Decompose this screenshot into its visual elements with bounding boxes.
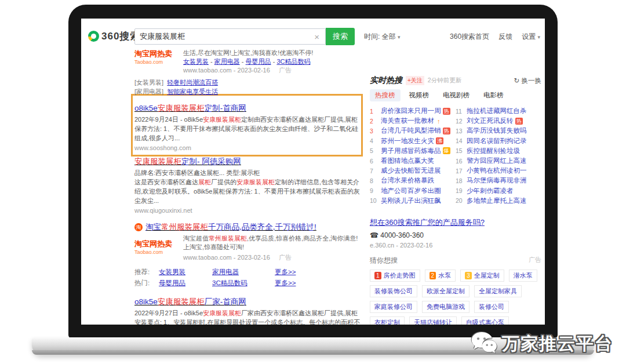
hot-item-text: 吴刚谈儿子出演狂飙 <box>381 196 441 205</box>
guess-tag[interactable]: 装修装饰公司 <box>370 285 417 297</box>
guess-tag[interactable]: 欧派全屋定制 <box>422 285 470 297</box>
chevron-down-icon: ▾ <box>537 34 540 40</box>
ad-subrow-link[interactable]: 智能家电享受生活 <box>167 88 218 95</box>
ad-link[interactable]: 3C精品数码 <box>276 58 310 65</box>
taobao-logo[interactable]: 淘宝网热卖 Taobao.com <box>134 49 177 75</box>
360-logo[interactable]: 360搜索 <box>88 30 140 43</box>
hot-search-item[interactable]: 10吴刚谈儿子出演狂飙 <box>370 196 456 206</box>
more-link[interactable]: 更多>> <box>275 278 363 289</box>
title-part: 厂家-首商网 <box>205 297 246 306</box>
guess-tag[interactable]: 3全屋定制 <box>460 270 504 282</box>
hot-search-item[interactable]: 20多地禁止摩托上高速 <box>456 196 541 206</box>
ad-subrow-link[interactable]: 轻奢时尚潮流百搭 <box>167 79 218 86</box>
rank-badge: 1 <box>374 272 381 279</box>
result-title-link[interactable]: o8ik5e安康服装展柜定制-首商网 <box>134 103 363 114</box>
time-filter-dropdown[interactable]: 时间: 全部 ▾ <box>364 32 401 42</box>
hot-item-text: 疾控提醒别捡垃圾 <box>467 147 520 155</box>
result-title-link[interactable]: 淘宝常州服装展柜千万商品,品类齐全,千万别错过! <box>145 222 316 232</box>
ad-link[interactable]: 女装男装 <box>183 58 209 65</box>
result-title-link[interactable]: 安康服装展柜定制- 阿德采购网 <box>134 156 363 167</box>
snippet-part: 2022年9月24日 - o8ik5e <box>134 116 203 123</box>
guess-tag[interactable]: 1房价走势图 <box>370 270 420 282</box>
promo-block: 想在360搜索推广您的产品服务吗? ☎ 4000-360-360 e.360.c… <box>370 217 541 249</box>
hot-search-item[interactable]: 15疾控提醒别捡垃圾 <box>456 146 541 156</box>
ad-subrow: [女装男装]轻奢时尚潮流百搭 <box>134 78 363 87</box>
hot-search-item[interactable]: 16警方回应网红上高速 <box>456 156 541 166</box>
search-topbar: 360搜索 × 搜索 时间: 全部 ▾ 360搜索首页 反馈 设置 ▾ <box>81 27 545 46</box>
updated-timestamp: 2分钟前更新 <box>428 77 461 85</box>
hot-search-item[interactable]: 14因同名误留刑拘记录 <box>456 136 541 146</box>
separator: - <box>210 58 213 65</box>
guess-tag-label: 自吸式离心泵 <box>466 318 504 325</box>
search-result-4: o8ik5e安康服装展柜厂家-首商网 2022年9月27日 - o8ik5e安康… <box>134 297 363 325</box>
hot-item-text: 刘文正死讯反转 <box>467 117 514 125</box>
hot-link[interactable]: 3C精品数码 <box>212 278 275 289</box>
hot-item-text: 台湾几千吨凤梨滞销 <box>381 126 441 135</box>
guess-tag[interactable]: 衣柜定制 <box>370 316 405 325</box>
guess-tag[interactable]: 2水泵 <box>425 270 456 282</box>
hot-search-item[interactable]: 12刘文正死讯反转热 <box>456 116 541 126</box>
guess-tag[interactable]: 自吸式离心泵 <box>461 316 509 325</box>
hot-search-item[interactable]: 13高学历没钱算失败吗 <box>456 126 541 136</box>
hot-item-text: 地产公司百岁爷出圈 <box>381 187 441 195</box>
hot-badge-icon: 热 <box>443 108 450 115</box>
recommend-link[interactable]: 家用电器 <box>212 267 275 278</box>
hot-item-text: 威少去快船暂无进展 <box>381 166 441 175</box>
result-title-link[interactable]: o8ik5e安康服装展柜厂家-首商网 <box>134 297 363 307</box>
ad-tagline: 生活,尽在淘宝网!上淘宝,淘我喜欢!优惠淘不停! <box>183 49 313 57</box>
snippet-part: 厂提供的 <box>211 179 236 185</box>
hot-search-item[interactable]: 7威少去快船暂无进展 <box>370 166 456 176</box>
clear-icon[interactable]: × <box>313 32 321 42</box>
watermark: 万家推云平台 <box>471 332 613 356</box>
follow-button[interactable]: +关注 <box>406 76 424 85</box>
settings-dropdown[interactable]: 设置 ▾ <box>522 32 540 42</box>
guess-tag[interactable]: 装修公司 <box>474 301 509 313</box>
recommend-link[interactable]: 女装男装 <box>159 267 212 278</box>
tab-hot-search[interactable]: 热搜榜 <box>370 89 401 101</box>
separator: - <box>242 58 244 65</box>
ad-link[interactable]: 家用电器 <box>214 58 240 65</box>
hot-search-item[interactable]: 18马尔堡病毒再现非洲 <box>456 176 541 185</box>
hot-search-item[interactable]: 2海关查获一批教材↑ <box>370 116 456 126</box>
hot-search-item[interactable]: 8台湾水果价格暴跌 <box>370 176 456 185</box>
guess-tag-label: 家庭装修公司 <box>374 303 413 311</box>
guess-tag[interactable]: 潜水泵 <box>509 270 537 282</box>
guess-tag[interactable]: 天猫店铺转让 <box>409 316 457 325</box>
snippet-highlight: 安康服装展柜 <box>236 179 275 185</box>
hot-search-item[interactable]: 1房价涨回来只用一周热 <box>370 106 456 116</box>
feedback-link[interactable]: 反馈 <box>498 32 512 42</box>
hot-search-item[interactable]: 17小黄鸭在杭州读初一 <box>456 166 541 176</box>
hot-item-text: 警方回应网红上高速 <box>467 156 527 165</box>
hot-search-item[interactable]: 5男子用感冒药炼毒品爆 <box>370 146 456 156</box>
hot-search-item[interactable]: 3台湾几千吨凤梨滞销热 <box>370 126 456 136</box>
home-link[interactable]: 360搜索首页 <box>450 32 489 42</box>
hot-rank: 20 <box>456 197 464 204</box>
guess-tag[interactable]: 家庭装修公司 <box>370 301 417 313</box>
hot-item-text: 苏州一地发生火灾 <box>381 137 434 145</box>
hot-search-title: 实时热搜 <box>370 75 402 86</box>
search-result-3-ad: 淘 淘宝常州服装展柜千万商品,品类齐全,千万别错过! 淘宝网热卖 Taobao.… <box>134 222 363 289</box>
more-link[interactable]: 更多>> <box>275 267 363 278</box>
hot-search-item[interactable]: 11拖拉机进藏网红自杀 <box>456 106 541 116</box>
rank-badge: 2 <box>430 272 436 279</box>
hot-search-item[interactable]: 4苏州一地发生火灾沸 <box>370 136 456 146</box>
hot-search-item[interactable]: 9地产公司百岁爷出圈 <box>370 186 456 196</box>
watermark-text: 万家推云平台 <box>502 332 613 356</box>
hot-item-text: 小黄鸭在杭州读初一 <box>467 166 527 175</box>
promo-link[interactable]: 想在360搜索推广您的产品服务吗? <box>370 217 541 228</box>
tab-tv[interactable]: 电视剧榜 <box>438 89 475 101</box>
hot-search-item[interactable]: 19少年刺伤霸凌者 <box>456 186 541 196</box>
search-button[interactable]: 搜索 <box>326 28 355 45</box>
tab-video[interactable]: 视频榜 <box>404 89 435 101</box>
hot-search-item[interactable]: 6看图猜地点赢大奖 <box>370 156 456 166</box>
guess-tag-label: 免费电脑游戏 <box>427 303 465 311</box>
refresh-button[interactable]: ↻ 换一换 <box>514 77 541 85</box>
hot-link[interactable]: 母婴用品 <box>159 278 212 289</box>
guess-tag-label: 全屋定制 <box>474 271 500 280</box>
tab-movie[interactable]: 电影榜 <box>478 89 509 101</box>
guess-tag[interactable]: 全屋定制家具 <box>474 285 522 297</box>
guess-tag[interactable]: 免费电脑游戏 <box>422 301 470 313</box>
ad-link[interactable]: 母婴用品 <box>246 58 271 65</box>
search-input[interactable] <box>140 32 313 41</box>
taobao-logo[interactable]: 淘宝网热卖 Taobao.com <box>134 239 177 262</box>
